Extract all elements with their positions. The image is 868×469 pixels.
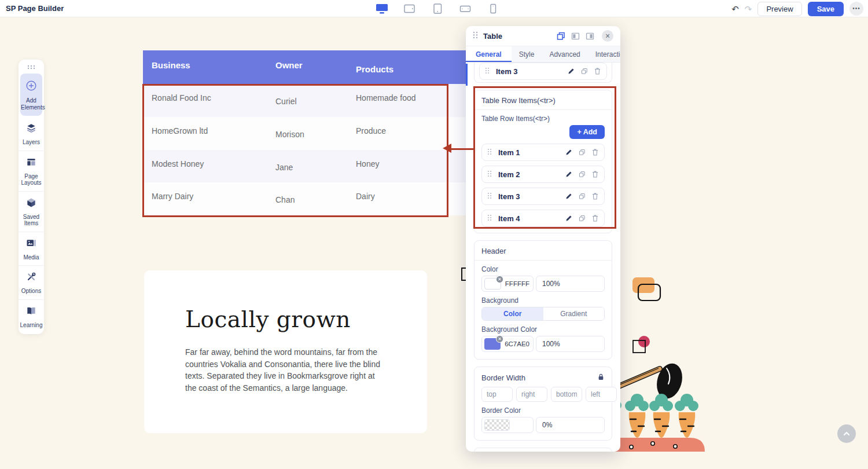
item-drag-handle-icon[interactable] [487,191,492,201]
border-width-inputs [481,387,605,402]
add-item-button[interactable]: + Add [569,125,605,139]
close-icon[interactable]: ✕ [602,30,613,42]
sidebar-item-media[interactable]: Media [19,232,44,266]
color-opacity-input[interactable]: 0% [536,417,605,433]
repeater-item[interactable]: Item 4 [481,210,605,227]
table-row: Marry Dairy Chan Dairy [143,182,466,215]
device-tablet-landscape-icon[interactable] [403,3,417,14]
item-drag-handle-icon[interactable] [487,213,492,223]
edit-pencil-icon[interactable] [565,214,573,222]
table-header-row: Business Owner Products [143,50,466,84]
app-title: SP Page Builder [6,4,64,13]
border-bottom-input[interactable] [551,387,582,402]
item-label: Item 3 [498,192,565,201]
item-drag-handle-icon[interactable] [487,169,492,179]
item-label: Item 1 [498,148,565,157]
cube-icon [25,200,37,210]
save-button[interactable]: Save [808,2,844,16]
table-row: HomeGrown ltd Morison Produce [143,117,466,150]
dock-right-icon[interactable] [585,31,595,41]
background-mode-gradient[interactable]: Gradient [543,307,605,320]
sidebar-item-learning[interactable]: Learning [19,300,44,334]
clear-color-icon[interactable]: ✕ [496,276,503,283]
chevron-up-icon [842,429,851,438]
repeater-item[interactable]: Item 3 [479,63,607,80]
tab-advanced[interactable]: Advanced [542,46,587,62]
canvas-table[interactable]: Business Owner Products Ronald Food Inc … [143,50,466,215]
lock-icon[interactable] [597,373,605,383]
scroll-to-top-button[interactable] [837,424,856,443]
undo-icon[interactable]: ↶ [731,5,739,13]
sidebar-item-label: Learning [20,322,43,329]
duplicate-icon[interactable] [580,67,589,75]
edit-pencil-icon[interactable] [567,67,575,75]
padding-section: Padding [474,448,612,452]
edit-pencil-icon[interactable] [565,170,573,178]
color-opacity-input[interactable]: 100% [536,336,605,352]
duplicate-icon[interactable] [578,214,586,222]
sidebar-item-label: Layers [20,139,43,146]
panel-scroll-indicator[interactable] [466,64,468,86]
clear-color-icon[interactable]: ✕ [496,335,503,343]
sidebar-item-add-elements[interactable]: Add Elements [20,74,42,116]
repeater-item[interactable]: Item 1 [481,144,605,161]
duplicate-icon[interactable] [578,192,586,200]
item-drag-handle-icon[interactable] [485,66,490,76]
tab-style[interactable]: Style [512,46,542,62]
color-picker[interactable]: ✕ FFFFFF [481,276,534,292]
device-mobile-portrait-icon[interactable] [486,3,500,14]
edit-pencil-icon[interactable] [565,192,573,200]
border-top-input[interactable] [481,387,513,402]
field-label: Table Row Items(<tr>) [481,115,605,123]
background-mode-color[interactable]: Color [482,307,543,320]
sidebar-item-layers[interactable]: Layers [19,117,44,151]
color-opacity-input[interactable]: 100% [536,276,605,292]
color-picker[interactable] [481,417,534,433]
text-block-card[interactable]: Locally grown Far far away, behind the w… [144,270,427,433]
dock-left-icon[interactable] [571,31,580,41]
repeater-item[interactable]: Item 2 [481,166,605,183]
sidebar-item-options[interactable]: Options [19,266,44,300]
redo-icon[interactable]: ↷ [745,5,752,13]
float-panel-icon[interactable] [556,31,566,41]
device-mobile-landscape-icon[interactable] [458,3,472,14]
table-row-items-section: Table Row Items(<tr>) Table Row Items(<t… [474,90,612,233]
delete-trash-icon[interactable] [591,214,599,222]
preview-button[interactable]: Preview [757,2,801,16]
duplicate-icon[interactable] [578,148,586,156]
annotation-arrow [451,148,474,150]
color-swatch[interactable] [484,419,510,431]
item-drag-handle-icon[interactable] [487,147,492,157]
element-sidebar: Add Elements Layers Page Layouts Saved I… [19,60,44,334]
delete-trash-icon[interactable] [594,67,601,75]
border-left-input[interactable] [586,387,617,402]
field-label: Color [481,265,605,273]
item-label: Item 3 [496,67,567,76]
plus-circle-icon [25,84,38,94]
device-tablet-portrait-icon[interactable] [431,3,444,14]
page-builder-app: SP Page Builder ↶ ↷ Preview Save ••• [0,0,868,469]
delete-trash-icon[interactable] [591,170,599,178]
color-swatch[interactable]: ✕ [484,278,501,290]
garden-illustration [602,261,868,469]
background-mode-toggle: Color Gradient [481,307,605,321]
tab-interaction[interactable]: Interaction [588,46,620,62]
more-options-button[interactable]: ••• [849,2,863,16]
table-cell: Ronald Food Inc [143,84,275,117]
panel-drag-handle-icon[interactable] [473,31,478,41]
device-desktop-icon[interactable] [375,3,389,14]
color-swatch[interactable]: ✕ [484,338,501,350]
delete-trash-icon[interactable] [591,148,599,156]
duplicate-icon[interactable] [578,170,586,178]
sidebar-item-saved-items[interactable]: Saved Items [19,192,44,232]
sidebar-item-page-layouts[interactable]: Page Layouts [19,151,44,192]
table-cell: Curiel [275,84,356,117]
header-style-section: Header Color ✕ FFFFFF 100% Background Co… [474,240,612,360]
repeater-item[interactable]: Item 3 [481,188,605,205]
edit-pencil-icon[interactable] [565,148,573,156]
sidebar-drag-handle-icon[interactable] [19,60,44,72]
border-right-input[interactable] [516,387,547,402]
tab-general[interactable]: General [466,46,512,62]
delete-trash-icon[interactable] [591,192,599,200]
color-picker[interactable]: ✕ 6C7AE0 [481,336,534,352]
